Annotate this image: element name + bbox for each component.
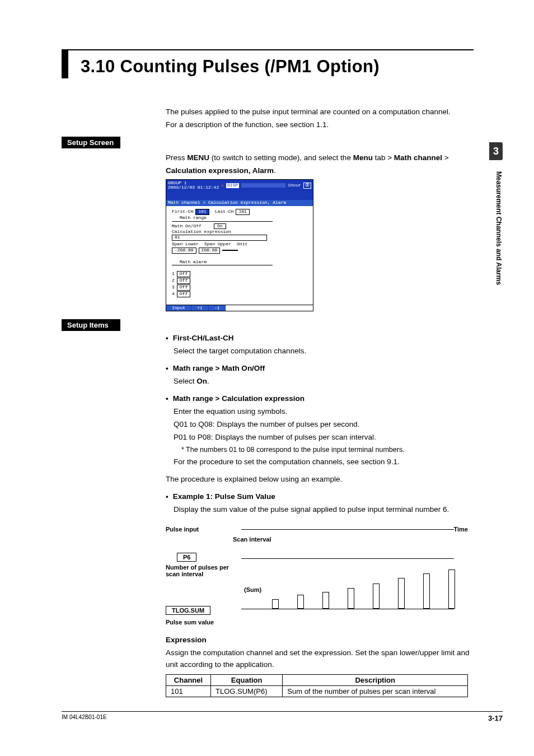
expression-table: Channel Equation Description 101 TLOG.SU… xyxy=(166,674,468,697)
foot-input[interactable]: Input xyxy=(166,305,191,311)
span-upper[interactable]: 200.00 xyxy=(199,248,221,254)
expression-head: Expression xyxy=(166,634,474,646)
setup-screen-label: Setup Screen xyxy=(62,137,120,148)
alarm-4[interactable]: Off xyxy=(177,291,190,297)
alarm-1[interactable]: Off xyxy=(177,271,190,277)
alarm-2[interactable]: Off xyxy=(177,278,190,284)
shot-hour: 1hour xyxy=(288,183,301,188)
key-icon: ⦿ xyxy=(303,183,311,189)
footer-code: IM 04L42B01-01E xyxy=(62,714,107,722)
math-onoff[interactable]: On xyxy=(214,223,226,230)
item-onoff-head: Math range > Math On/Off xyxy=(166,363,474,375)
item-example-head: Example 1: Pulse Sum Value xyxy=(166,491,474,503)
page-footer: IM 04L42B01-01E 3-17 xyxy=(62,711,503,722)
last-ch-value[interactable]: 101 xyxy=(236,209,249,215)
alarm-icon: ⚠ xyxy=(221,183,224,188)
device-screenshot: GROUP 1 2008/12/03 01:12:42 ⚠ DISP 1hour… xyxy=(166,179,313,312)
unit-field[interactable] xyxy=(222,250,238,251)
intro-line-1: The pulses applied to the pulse input te… xyxy=(166,106,474,118)
item-firstlast-head: First-CH/Last-CH xyxy=(166,333,474,344)
title-marker xyxy=(62,50,68,78)
foot-plus[interactable]: +1 xyxy=(191,305,209,311)
footer-page: 3-17 xyxy=(488,714,503,722)
intro-line-2: For a description of the function, see s… xyxy=(166,119,474,131)
item-firstlast-text: Select the target computation channels. xyxy=(174,346,474,357)
setup-screen-text-2: Calculation expression, Alarm. xyxy=(166,165,474,177)
calc-expression-field[interactable]: 01 xyxy=(172,235,267,241)
shot-breadcrumb: Math channel > Calculation expression, A… xyxy=(166,200,313,206)
first-ch-value[interactable]: 101 xyxy=(195,209,209,215)
foot-minus[interactable]: -1 xyxy=(209,305,226,311)
shot-datetime: 2008/12/03 01:12:42 xyxy=(168,185,219,190)
item-calc-head: Math range > Calculation expression xyxy=(166,393,474,405)
setup-screen-text: Press MENU (to switch to setting mode), … xyxy=(166,152,474,164)
pulse-diagram: Pulse input Time Scan interval P6 Number… xyxy=(166,519,468,631)
span-lower[interactable]: -200.00 xyxy=(172,248,196,254)
chapter-side-label: Measurement Channels and Alarms xyxy=(489,168,503,285)
page-title: 3.10 Counting Pulses (/PM1 Option) xyxy=(81,57,380,77)
chapter-tab: 3 xyxy=(489,142,503,160)
shot-disp: DISP xyxy=(226,183,239,188)
alarm-3[interactable]: Off xyxy=(177,284,190,291)
setup-items-label: Setup Items xyxy=(62,319,120,331)
item-onoff-text: Select On. xyxy=(174,376,474,388)
